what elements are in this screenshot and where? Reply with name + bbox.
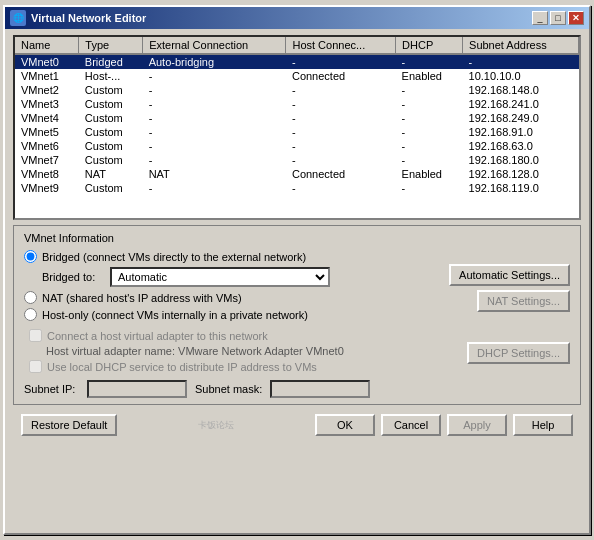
cell-name: VMnet0 bbox=[15, 54, 79, 69]
restore-default-button[interactable]: Restore Default bbox=[21, 414, 117, 436]
cell-host: - bbox=[286, 54, 396, 69]
ok-button[interactable]: OK bbox=[315, 414, 375, 436]
cell-type: Custom bbox=[79, 153, 143, 167]
use-dhcp-row: Use local DHCP service to distribute IP … bbox=[29, 360, 460, 373]
use-dhcp-label: Use local DHCP service to distribute IP … bbox=[47, 361, 317, 373]
col-dhcp: DHCP bbox=[396, 37, 463, 54]
col-external: External Connection bbox=[143, 37, 286, 54]
maximize-button[interactable]: □ bbox=[550, 11, 566, 25]
cell-name: VMnet6 bbox=[15, 139, 79, 153]
minimize-button[interactable]: _ bbox=[532, 11, 548, 25]
cell-name: VMnet9 bbox=[15, 181, 79, 195]
cell-type: Bridged bbox=[79, 54, 143, 69]
hostonly-radio-row: Host-only (connect VMs internally in a p… bbox=[24, 308, 449, 321]
dhcp-settings-button[interactable]: DHCP Settings... bbox=[467, 342, 570, 364]
bridged-to-select[interactable]: Automatic bbox=[110, 267, 330, 287]
connect-host-adapter-label: Connect a host virtual adapter to this n… bbox=[47, 330, 268, 342]
cell-subnet: 192.168.241.0 bbox=[463, 97, 579, 111]
cell-dhcp: - bbox=[396, 54, 463, 69]
cell-name: VMnet8 bbox=[15, 167, 79, 181]
cell-host: Connected bbox=[286, 167, 396, 181]
cell-dhcp: - bbox=[396, 83, 463, 97]
table-row[interactable]: VMnet4Custom---192.168.249.0 bbox=[15, 111, 579, 125]
hostonly-label: Host-only (connect VMs internally in a p… bbox=[42, 309, 308, 321]
cell-host: - bbox=[286, 125, 396, 139]
table-row[interactable]: VMnet5Custom---192.168.91.0 bbox=[15, 125, 579, 139]
cell-host: - bbox=[286, 181, 396, 195]
window-title: Virtual Network Editor bbox=[31, 12, 146, 24]
network-table: Name Type External Connection Host Conne… bbox=[15, 37, 579, 195]
table-row[interactable]: VMnet2Custom---192.168.148.0 bbox=[15, 83, 579, 97]
cell-external: - bbox=[143, 83, 286, 97]
host-adapter-name: Host virtual adapter name: VMware Networ… bbox=[46, 345, 460, 357]
cell-name: VMnet3 bbox=[15, 97, 79, 111]
cell-subnet: 192.168.249.0 bbox=[463, 111, 579, 125]
automatic-settings-button[interactable]: Automatic Settings... bbox=[449, 264, 570, 286]
table-row[interactable]: VMnet1Host-...-ConnectedEnabled10.10.10.… bbox=[15, 69, 579, 83]
cell-name: VMnet7 bbox=[15, 153, 79, 167]
network-table-container: Name Type External Connection Host Conne… bbox=[13, 35, 581, 220]
close-button[interactable]: ✕ bbox=[568, 11, 584, 25]
nat-settings-button[interactable]: NAT Settings... bbox=[477, 290, 570, 312]
cell-type: Custom bbox=[79, 111, 143, 125]
cell-name: VMnet2 bbox=[15, 83, 79, 97]
cell-dhcp: - bbox=[396, 139, 463, 153]
col-type: Type bbox=[79, 37, 143, 54]
cell-host: Connected bbox=[286, 69, 396, 83]
bridged-to-row: Bridged to: Automatic bbox=[42, 267, 449, 287]
cell-type: Host-... bbox=[79, 69, 143, 83]
subnet-mask-label: Subnet mask: bbox=[195, 383, 262, 395]
hostonly-radio[interactable] bbox=[24, 308, 37, 321]
bridged-label: Bridged (connect VMs directly to the ext… bbox=[42, 251, 306, 263]
cell-external: - bbox=[143, 181, 286, 195]
cell-type: Custom bbox=[79, 97, 143, 111]
cell-host: - bbox=[286, 111, 396, 125]
cell-external: NAT bbox=[143, 167, 286, 181]
col-name: Name bbox=[15, 37, 79, 54]
cell-dhcp: - bbox=[396, 153, 463, 167]
app-icon: 🌐 bbox=[10, 10, 26, 26]
bottom-buttons: OK Cancel Apply Help bbox=[315, 414, 573, 436]
cell-subnet: 192.168.119.0 bbox=[463, 181, 579, 195]
table-row[interactable]: VMnet3Custom---192.168.241.0 bbox=[15, 97, 579, 111]
help-button[interactable]: Help bbox=[513, 414, 573, 436]
table-row[interactable]: VMnet6Custom---192.168.63.0 bbox=[15, 139, 579, 153]
cell-host: - bbox=[286, 97, 396, 111]
cell-name: VMnet1 bbox=[15, 69, 79, 83]
table-row[interactable]: VMnet0BridgedAuto-bridging--- bbox=[15, 54, 579, 69]
bridged-radio-row: Bridged (connect VMs directly to the ext… bbox=[24, 250, 449, 263]
cell-dhcp: Enabled bbox=[396, 167, 463, 181]
watermark: 卡饭论坛 bbox=[198, 419, 234, 432]
table-row[interactable]: VMnet7Custom---192.168.180.0 bbox=[15, 153, 579, 167]
cell-subnet: 192.168.91.0 bbox=[463, 125, 579, 139]
cell-subnet: 192.168.63.0 bbox=[463, 139, 579, 153]
virtual-network-editor-window: 🌐 Virtual Network Editor _ □ ✕ Name Type… bbox=[3, 5, 591, 535]
nat-radio-row: NAT (shared host's IP address with VMs) bbox=[24, 291, 449, 304]
cell-external: - bbox=[143, 125, 286, 139]
cell-external: - bbox=[143, 139, 286, 153]
use-dhcp-checkbox[interactable] bbox=[29, 360, 42, 373]
cell-subnet: 10.10.10.0 bbox=[463, 69, 579, 83]
bottom-bar: Restore Default 卡饭论坛 OK Cancel Apply Hel… bbox=[13, 410, 581, 440]
cell-dhcp: - bbox=[396, 111, 463, 125]
nat-label: NAT (shared host's IP address with VMs) bbox=[42, 292, 242, 304]
vmnet-info-title: VMnet Information bbox=[24, 232, 570, 244]
cell-subnet: 192.168.148.0 bbox=[463, 83, 579, 97]
cell-name: VMnet5 bbox=[15, 125, 79, 139]
cell-subnet: - bbox=[463, 54, 579, 69]
subnet-mask-input[interactable] bbox=[270, 380, 370, 398]
col-host: Host Connec... bbox=[286, 37, 396, 54]
subnet-ip-input[interactable] bbox=[87, 380, 187, 398]
cell-external: - bbox=[143, 153, 286, 167]
cell-type: Custom bbox=[79, 125, 143, 139]
table-row[interactable]: VMnet9Custom---192.168.119.0 bbox=[15, 181, 579, 195]
cancel-button[interactable]: Cancel bbox=[381, 414, 441, 436]
connect-host-adapter-checkbox[interactable] bbox=[29, 329, 42, 342]
subnet-ip-label: Subnet IP: bbox=[24, 383, 79, 395]
table-row[interactable]: VMnet8NATNATConnectedEnabled192.168.128.… bbox=[15, 167, 579, 181]
connect-host-adapter-row: Connect a host virtual adapter to this n… bbox=[29, 329, 460, 342]
bridged-radio[interactable] bbox=[24, 250, 37, 263]
nat-radio[interactable] bbox=[24, 291, 37, 304]
cell-dhcp: - bbox=[396, 125, 463, 139]
apply-button[interactable]: Apply bbox=[447, 414, 507, 436]
